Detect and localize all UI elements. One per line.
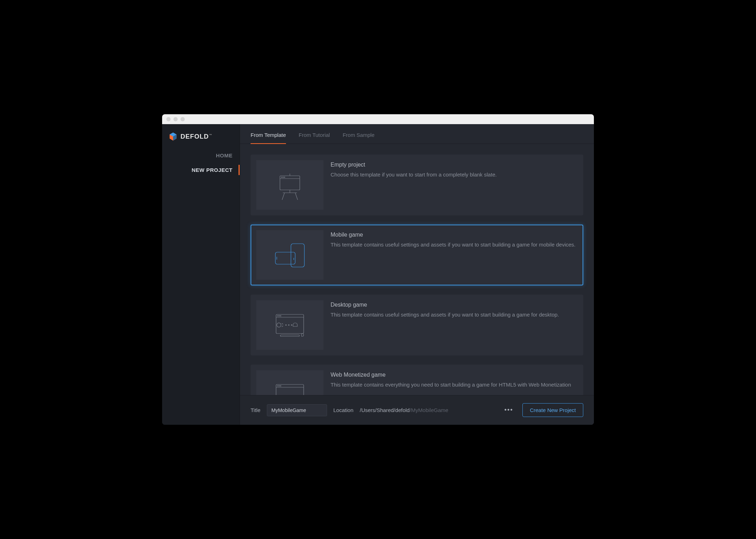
svg-rect-14	[275, 252, 295, 264]
logo: DEFOLD™	[162, 124, 240, 148]
logo-text: DEFOLD™	[181, 133, 212, 140]
svg-point-5	[281, 177, 282, 178]
template-title: Empty project	[331, 162, 578, 168]
svg-line-10	[282, 193, 285, 200]
template-card-desktop[interactable]: Desktop game This template contains usef…	[251, 295, 583, 355]
template-info: Mobile game This template contains usefu…	[331, 230, 578, 280]
template-list[interactable]: Empty project Choose this template if yo…	[240, 144, 594, 395]
tab-from-tutorial[interactable]: From Tutorial	[299, 124, 330, 144]
svg-point-28	[277, 386, 278, 386]
svg-rect-25	[280, 335, 299, 336]
location-path: /Users/Shared/defold/MyMobileGame	[360, 407, 448, 413]
svg-point-6	[283, 177, 284, 178]
svg-line-11	[295, 193, 298, 200]
svg-point-29	[279, 386, 280, 386]
template-thumb	[256, 230, 323, 280]
defold-logo-icon	[168, 132, 178, 141]
svg-rect-13	[291, 244, 304, 267]
sidebar-nav: HOME NEW PROJECT	[162, 148, 240, 177]
window-titlebar	[162, 114, 594, 124]
template-card-empty[interactable]: Empty project Choose this template if yo…	[251, 155, 583, 215]
svg-point-22	[286, 325, 286, 325]
template-info: Empty project Choose this template if yo…	[331, 160, 578, 210]
easel-icon	[272, 167, 308, 203]
template-desc: This template contains everything you ne…	[331, 381, 578, 389]
create-new-project-button[interactable]: Create New Project	[522, 403, 583, 417]
svg-point-24	[291, 325, 292, 325]
svg-point-21	[280, 315, 281, 316]
web-browser-icon	[270, 377, 309, 395]
desktop-monitor-icon	[270, 307, 309, 343]
project-title-input[interactable]	[267, 404, 327, 416]
close-window-icon[interactable]	[166, 117, 171, 121]
template-thumb	[256, 160, 323, 210]
svg-point-23	[288, 325, 289, 325]
title-label: Title	[251, 407, 260, 413]
sidebar-item-new-project[interactable]: NEW PROJECT	[162, 163, 240, 177]
sidebar: DEFOLD™ HOME NEW PROJECT	[162, 124, 240, 425]
template-desc: Choose this template if you want to star…	[331, 171, 578, 179]
sidebar-item-home[interactable]: HOME	[162, 148, 240, 163]
app-window: DEFOLD™ HOME NEW PROJECT From Template F…	[162, 114, 594, 425]
minimize-window-icon[interactable]	[173, 117, 178, 121]
tab-bar: From Template From Tutorial From Sample	[240, 124, 594, 144]
svg-point-19	[277, 315, 278, 316]
template-title: Desktop game	[331, 302, 578, 308]
main-panel: From Template From Tutorial From Sample	[240, 124, 594, 425]
template-card-web-monetized[interactable]: Web Monetized game This template contain…	[251, 365, 583, 395]
svg-point-20	[279, 315, 280, 316]
template-title: Web Monetized game	[331, 372, 578, 378]
maximize-window-icon[interactable]	[181, 117, 185, 121]
svg-point-7	[284, 177, 285, 178]
svg-rect-3	[280, 176, 300, 190]
footer-bar: Title Location /Users/Shared/defold/MyMo…	[240, 395, 594, 425]
template-title: Mobile game	[331, 232, 578, 238]
template-info: Web Monetized game This template contain…	[331, 370, 578, 395]
tab-from-template[interactable]: From Template	[251, 124, 286, 144]
tab-from-sample[interactable]: From Sample	[343, 124, 374, 144]
more-options-button[interactable]: •••	[502, 405, 516, 415]
template-thumb	[256, 370, 323, 395]
template-desc: This template contains useful settings a…	[331, 311, 578, 319]
template-card-mobile[interactable]: Mobile game This template contains usefu…	[251, 225, 583, 285]
svg-point-30	[280, 386, 281, 386]
template-info: Desktop game This template contains usef…	[331, 300, 578, 350]
template-desc: This template contains useful settings a…	[331, 241, 578, 249]
app-body: DEFOLD™ HOME NEW PROJECT From Template F…	[162, 124, 594, 425]
template-thumb	[256, 300, 323, 350]
mobile-devices-icon	[270, 237, 309, 273]
location-label: Location	[333, 407, 354, 413]
